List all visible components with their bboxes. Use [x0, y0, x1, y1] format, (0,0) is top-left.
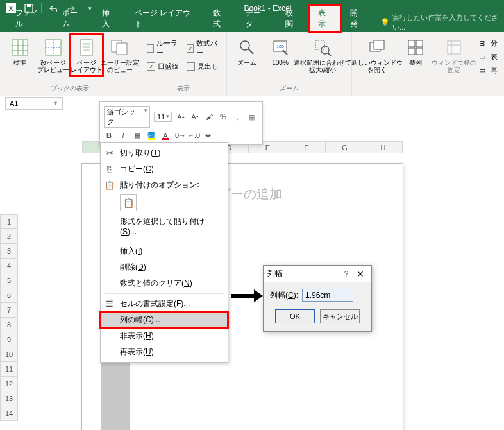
row-header[interactable]: 7 — [0, 303, 18, 318]
svg-rect-32 — [448, 41, 460, 54]
ribbon-group-show: ルーラー ✓目盛線 ✓数式バー 見出し 表示 — [140, 32, 227, 96]
unhide-button[interactable]: ▭再 — [479, 65, 498, 75]
zoom-selection-button[interactable]: 選択範囲に合わせて 拡大/縮小 — [298, 35, 348, 76]
view-pagelayout-button[interactable]: ページ レイアウト — [71, 35, 103, 76]
view-normal-button[interactable]: 標準 — [4, 35, 36, 69]
check-headings[interactable]: 見出し — [187, 62, 220, 71]
ctx-cut[interactable]: ✂ 切り取り(T) — [101, 145, 228, 161]
tab-insert[interactable]: 挿入 — [93, 5, 126, 32]
tab-data[interactable]: データ — [237, 5, 276, 32]
ctx-separator — [105, 241, 224, 241]
comma-icon[interactable]: , — [232, 112, 242, 122]
dialog-title: 列幅 — [267, 268, 339, 279]
column-width-input[interactable] — [302, 289, 353, 302]
ribbon: 標準 改ページ プレビュー ページ レイアウト ユーザー設定 のビュー ブックの… — [0, 32, 504, 96]
row-header[interactable]: 4 — [0, 259, 18, 273]
name-box[interactable]: A1 ▼ — [5, 97, 63, 110]
merge-icon[interactable]: ⬌ — [203, 130, 213, 141]
ctx-unhide[interactable]: 再表示(U) — [101, 344, 228, 360]
tell-me-placeholder: 実行したい作業を入力してください... — [392, 13, 504, 32]
svg-line-25 — [328, 53, 331, 56]
col-header[interactable]: F — [287, 141, 326, 153]
row-header[interactable]: 1 — [0, 214, 18, 229]
check-gridlines[interactable]: ✓目盛線 — [147, 62, 180, 71]
check-formulabar[interactable]: ✓数式バー — [187, 39, 220, 58]
row-header[interactable]: 3 — [0, 244, 18, 259]
tab-review[interactable]: 校閲 — [276, 5, 309, 32]
svg-rect-29 — [416, 40, 423, 47]
svg-rect-14 — [83, 46, 90, 48]
check-ruler[interactable]: ルーラー — [147, 39, 180, 58]
row-header[interactable]: 12 — [0, 377, 18, 391]
format-painter-icon[interactable]: 🖌 — [204, 112, 214, 122]
tab-home[interactable]: ホーム — [53, 5, 93, 32]
worksheet-area[interactable]: A B C D E F G H ヘッダーの追加 1 2 3 4 5 6 7 8 … — [0, 125, 504, 430]
tab-formulas[interactable]: 数式 — [204, 5, 237, 32]
row-header[interactable]: 14 — [0, 406, 18, 421]
tell-me-search[interactable]: 💡 実行したい作業を入力してください... — [380, 13, 504, 32]
split-button[interactable]: ⊞分 — [479, 39, 498, 48]
row-header[interactable]: 9 — [0, 332, 18, 347]
decrease-font-icon[interactable]: A▾ — [190, 112, 200, 122]
svg-rect-31 — [416, 48, 423, 55]
close-icon[interactable]: ✕ — [353, 269, 367, 279]
ctx-insert[interactable]: 挿入(I) — [101, 243, 228, 259]
ctx-format-cells[interactable]: ☰ セルの書式設定(F)... — [101, 296, 228, 312]
ctx-delete[interactable]: 削除(D) — [101, 259, 228, 275]
conditional-format-icon[interactable]: ▦ — [246, 112, 256, 122]
ctx-paste-special[interactable]: 形式を選択して貼り付け(S)... — [101, 214, 228, 239]
row-header[interactable]: 8 — [0, 318, 18, 332]
bold-icon[interactable]: B — [104, 130, 114, 141]
decrease-decimal-icon[interactable]: ←.0 — [189, 130, 199, 141]
freeze-panes-button[interactable]: ウィンドウ枠の 固定 — [433, 35, 475, 76]
mini-font-select[interactable]: 游ゴシック — [104, 106, 150, 128]
tab-file[interactable]: ファイル — [6, 5, 53, 32]
ok-button[interactable]: OK — [275, 309, 315, 323]
col-header[interactable]: H — [364, 141, 403, 153]
svg-marker-36 — [254, 289, 263, 302]
fill-color-icon[interactable]: 🪣 — [146, 130, 156, 141]
percent-icon[interactable]: % — [218, 112, 228, 122]
tab-developer[interactable]: 開発 — [341, 5, 374, 32]
tab-view[interactable]: 表示 — [309, 5, 342, 32]
increase-decimal-icon[interactable]: .0→ — [174, 130, 185, 141]
hide-button[interactable]: ▭表 — [479, 52, 498, 62]
annotation-arrow — [231, 289, 263, 302]
border-icon[interactable]: ▦ — [132, 130, 142, 141]
dialog-titlebar[interactable]: 列幅 ? ✕ — [264, 266, 371, 282]
ctx-column-width[interactable]: 列の幅(C)... — [101, 312, 228, 328]
row-header[interactable]: 2 — [0, 229, 18, 244]
arrange-button[interactable]: 整列 — [399, 35, 432, 69]
zoom-button[interactable]: ズーム — [231, 35, 263, 69]
copy-icon: ⎘ — [105, 164, 115, 175]
ctx-hide[interactable]: 非表示(H) — [101, 328, 228, 344]
context-menu: ✂ 切り取り(T) ⎘ コピー(C) 📋 貼り付けのオプション: 📋 形式を選択… — [100, 142, 228, 363]
column-width-dialog: 列幅 ? ✕ 列幅(C): OK キャンセル — [263, 265, 372, 332]
row-header[interactable]: 6 — [0, 288, 18, 303]
mini-fontsize-select[interactable]: 11 — [154, 112, 172, 122]
chevron-down-icon[interactable]: ▼ — [53, 100, 58, 107]
row-header[interactable]: 5 — [0, 273, 18, 288]
cancel-button[interactable]: キャンセル — [320, 309, 360, 323]
row-header[interactable]: 11 — [0, 362, 18, 377]
row-header[interactable]: 10 — [0, 347, 18, 362]
ctx-copy[interactable]: ⎘ コピー(C) — [101, 161, 228, 177]
row-header[interactable]: 13 — [0, 391, 18, 406]
svg-point-18 — [240, 41, 249, 50]
zoom100-button[interactable]: 100 100% — [264, 35, 296, 69]
dialog-help-icon[interactable]: ? — [339, 270, 353, 279]
new-window-button[interactable]: 新しいウィンドウ を開く — [356, 35, 398, 76]
ctx-clear[interactable]: 数式と値のクリア(N) — [101, 275, 228, 291]
ribbon-group-zoom: ズーム 100 100% 選択範囲に合わせて 拡大/縮小 ズーム — [227, 32, 352, 96]
col-header[interactable]: G — [326, 141, 364, 153]
tab-page-layout[interactable]: ページ レイアウト — [126, 5, 204, 32]
ctx-paste-options-label: 📋 貼り付けのオプション: — [101, 177, 228, 193]
ctx-separator — [105, 293, 224, 294]
font-color-icon[interactable]: A — [160, 130, 171, 141]
view-custom-button[interactable]: ユーザー設定 のビュー — [104, 35, 136, 76]
paste-option-default[interactable]: 📋 — [120, 194, 137, 211]
svg-line-19 — [248, 49, 253, 54]
increase-font-icon[interactable]: A▴ — [176, 112, 186, 122]
italic-icon[interactable]: I — [118, 130, 128, 141]
view-pagebreak-button[interactable]: 改ページ プレビュー — [37, 35, 69, 76]
